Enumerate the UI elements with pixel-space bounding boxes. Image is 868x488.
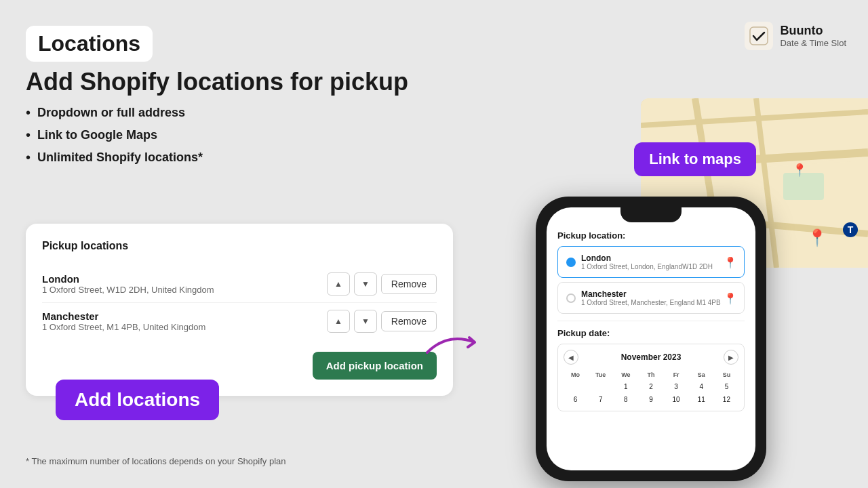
locations-badge-label: Locations <box>38 31 140 56</box>
calendar-next-button[interactable]: ▶ <box>724 350 738 365</box>
pickup-card: Pickup locations London 1 Oxford Street,… <box>26 224 453 396</box>
cal-day-empty-2 <box>589 381 612 392</box>
phone-radio-manchester <box>566 293 576 303</box>
buunto-text: Buunto Date & Time Slot <box>780 24 846 48</box>
feature-item-1: Dropdown or full address <box>26 105 203 121</box>
phone-loc-left-manchester: Manchester 1 Oxford Street, Manchester, … <box>566 289 721 306</box>
phone-calendar: ◀ November 2023 ▶ Mo Tue We Th Fr Sa Su … <box>557 344 745 411</box>
cal-day-empty-1 <box>564 381 587 392</box>
phone-loc-addr-london: 1 Oxford Street, London, EnglandW1D 2DH <box>581 263 713 270</box>
london-remove-button[interactable]: Remove <box>381 274 437 294</box>
feature-item-2: Link to Google Maps <box>26 127 203 143</box>
phone-location-london[interactable]: London 1 Oxford Street, London, EnglandW… <box>557 246 745 278</box>
locations-badge: Locations <box>26 26 153 62</box>
pickup-card-title: Pickup locations <box>42 240 437 252</box>
phone-loc-left-london: London 1 Oxford Street, London, EnglandW… <box>566 253 713 270</box>
cal-day-9[interactable]: 9 <box>639 394 663 405</box>
buunto-subtitle: Date & Time Slot <box>780 38 846 48</box>
calendar-header: ◀ November 2023 ▶ <box>564 350 738 365</box>
add-pickup-location-button[interactable]: Add pickup location <box>313 352 437 380</box>
feature-list: Dropdown or full address Link to Google … <box>26 105 203 172</box>
cal-day-12[interactable]: 12 <box>715 394 738 405</box>
cal-header-su: Su <box>715 370 738 380</box>
buunto-logo: Buunto Date & Time Slot <box>745 22 846 50</box>
cal-day-11[interactable]: 11 <box>690 394 713 405</box>
manchester-up-button[interactable]: ▲ <box>327 310 350 333</box>
cal-day-10[interactable]: 10 <box>665 394 688 405</box>
cal-day-6[interactable]: 6 <box>564 394 587 405</box>
phone-location-manchester[interactable]: Manchester 1 Oxford Street, Manchester, … <box>557 282 745 314</box>
footer-note: * The maximum number of locations depend… <box>26 456 285 466</box>
feature-item-3: Unlimited Shopify locations* <box>26 150 203 165</box>
phone-map-icon-manchester: 📍 <box>724 292 736 304</box>
phone-notch <box>620 207 682 222</box>
buunto-checkbox-icon <box>745 22 773 50</box>
link-to-maps-badge: Link to maps <box>634 142 756 176</box>
buunto-name: Buunto <box>780 24 846 38</box>
location-name-manchester: Manchester <box>42 310 205 322</box>
add-locations-label: Add locations <box>75 389 200 410</box>
location-row-manchester: Manchester 1 Oxford Street, M1 4PB, Unit… <box>42 303 437 340</box>
location-address-london: 1 Oxford Street, W1D 2DH, United Kingdom <box>42 285 214 295</box>
cal-day-1[interactable]: 1 <box>614 381 637 392</box>
phone-map-icon-london: 📍 <box>724 256 736 268</box>
map-tfl-icon: T <box>843 222 858 237</box>
london-down-button[interactable]: ▼ <box>354 272 377 296</box>
cal-day-2[interactable]: 2 <box>639 381 663 392</box>
manchester-down-button[interactable]: ▼ <box>354 310 377 333</box>
arrow-graphic <box>420 319 502 366</box>
location-address-manchester: 1 Oxford Street, M1 4PB, United Kingdom <box>42 322 205 332</box>
location-row-london: London 1 Oxford Street, W1D 2DH, United … <box>42 266 437 303</box>
phone-content: Pickup location: London 1 Oxford Street,… <box>547 222 755 420</box>
map-pin-red-icon: 📍 <box>807 228 827 247</box>
cal-day-4[interactable]: 4 <box>690 381 713 392</box>
location-controls-london: ▲ ▼ Remove <box>327 272 437 296</box>
cal-header-fr: Fr <box>665 370 688 380</box>
phone-divider <box>557 321 745 321</box>
phone-loc-addr-manchester: 1 Oxford Street, Manchester, England M1 … <box>581 299 721 306</box>
london-up-button[interactable]: ▲ <box>327 272 350 296</box>
cal-day-8[interactable]: 8 <box>614 394 637 405</box>
location-name-london: London <box>42 273 214 285</box>
phone-loc-name-manchester: Manchester <box>581 289 721 299</box>
location-info-manchester: Manchester 1 Oxford Street, M1 4PB, Unit… <box>42 310 205 332</box>
cal-day-5[interactable]: 5 <box>715 381 738 392</box>
cal-header-mo: Mo <box>564 370 587 380</box>
cal-day-7[interactable]: 7 <box>589 394 612 405</box>
map-pin-yellow-icon: 📍 <box>792 163 807 178</box>
location-info-london: London 1 Oxford Street, W1D 2DH, United … <box>42 273 214 295</box>
link-to-maps-label: Link to maps <box>649 150 741 167</box>
phone-screen: Pickup location: London 1 Oxford Street,… <box>547 207 755 470</box>
phone-loc-info-manchester: Manchester 1 Oxford Street, Manchester, … <box>581 289 721 306</box>
cal-header-sa: Sa <box>690 370 713 380</box>
cal-header-tue: Tue <box>589 370 612 380</box>
cal-day-3[interactable]: 3 <box>665 381 688 392</box>
add-locations-badge[interactable]: Add locations <box>56 380 219 420</box>
cal-header-we: We <box>614 370 637 380</box>
calendar-grid: Mo Tue We Th Fr Sa Su 1 2 3 4 5 6 7 <box>564 370 738 405</box>
phone-pickup-date-label: Pickup date: <box>557 328 745 338</box>
cal-header-th: Th <box>639 370 663 380</box>
phone-pickup-location-label: Pickup location: <box>557 230 745 241</box>
calendar-prev-button[interactable]: ◀ <box>564 350 578 365</box>
phone-loc-info-london: London 1 Oxford Street, London, EnglandW… <box>581 253 713 270</box>
main-heading: Add Shopify locations for pickup <box>26 68 408 96</box>
calendar-month: November 2023 <box>621 352 682 362</box>
phone-radio-london <box>566 258 576 267</box>
phone-loc-name-london: London <box>581 253 713 263</box>
phone-mockup: Pickup location: London 1 Oxford Street,… <box>536 197 766 481</box>
